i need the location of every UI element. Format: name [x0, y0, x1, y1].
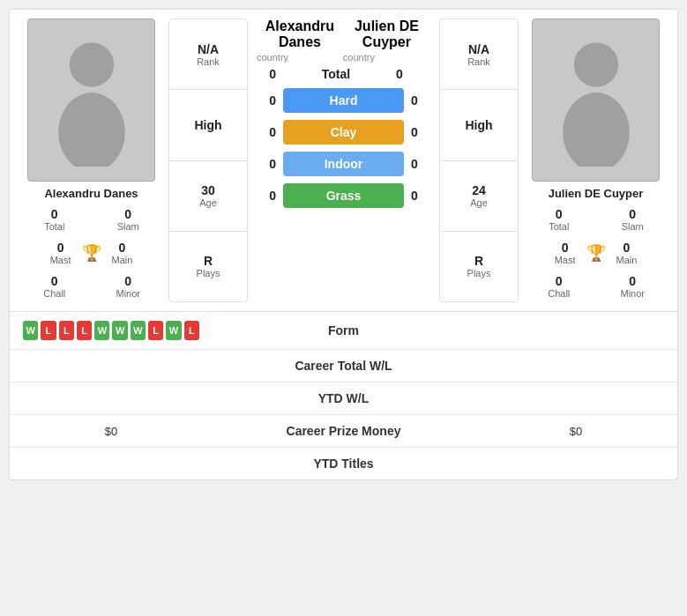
ytd-titles-label: YTD Titles [199, 456, 488, 471]
right-slam-value: 0 [599, 207, 668, 221]
prize-money-left: $0 [23, 425, 199, 438]
left-minor-label: Minor [94, 288, 163, 299]
left-chall-label: Chall [20, 288, 89, 299]
right-rank-label: Rank [467, 56, 490, 67]
svg-point-0 [69, 42, 113, 86]
right-chall-cell: 0 Chall [523, 271, 595, 302]
right-slam-label: Slam [599, 221, 668, 232]
left-plays-value: R [204, 254, 213, 268]
form-label: Form [199, 323, 488, 338]
left-high-value: High [194, 118, 221, 132]
hard-row: 0 Hard 0 [257, 88, 430, 113]
ytd-wl-row: YTD W/L [10, 382, 677, 415]
left-rank-stat: N/A Rank [169, 19, 247, 90]
left-rank-label: Rank [197, 56, 220, 67]
left-total-value: 0 [20, 207, 89, 221]
hard-button[interactable]: Hard [283, 88, 404, 113]
bottom-section: WLLLWWWLWL Form Career Total W/L YTD W/L… [10, 311, 677, 479]
top-center-names: Alexandru Danes country Julien DE Cuyper… [257, 19, 430, 63]
right-slam-cell: 0 Slam [597, 204, 669, 235]
right-mast-cell: 0 Mast [553, 237, 578, 269]
grass-score-left: 0 [257, 189, 283, 203]
grass-button[interactable]: Grass [283, 183, 404, 208]
career-total-label: Career Total W/L [199, 359, 488, 373]
ytd-wl-label: YTD W/L [199, 391, 488, 405]
right-name-header: Julien DE Cuyper [343, 19, 430, 50]
right-main-value: 0 [616, 241, 638, 255]
left-total-label: Total [20, 221, 89, 232]
right-player-card: Julien DE Cuyper 0 Total 0 Slam 0 Mast 🏆 [523, 19, 668, 302]
left-slam-label: Slam [94, 221, 163, 232]
right-player-stats: 0 Total 0 Slam 0 Mast 🏆 0 Main [523, 204, 668, 302]
left-minor-value: 0 [94, 274, 163, 288]
right-age-label: Age [470, 197, 488, 208]
right-name-center: Julien DE Cuyper country [343, 19, 430, 63]
indoor-score-left: 0 [257, 157, 283, 171]
left-name-center: Alexandru Danes country [257, 19, 343, 63]
left-slam-cell: 0 Slam [93, 204, 165, 235]
left-slam-value: 0 [94, 207, 163, 221]
right-trophy-row: 0 Mast 🏆 0 Main [523, 237, 668, 269]
left-trophy-icon: 🏆 [82, 243, 101, 263]
form-badge-w: W [166, 321, 181, 340]
right-middle-panel: N/A Rank High 24 Age R Plays [439, 19, 519, 302]
clay-button[interactable]: Clay [283, 120, 404, 145]
right-country: country [343, 52, 430, 63]
right-rank-stat: N/A Rank [440, 19, 518, 90]
indoor-button[interactable]: Indoor [283, 152, 404, 176]
right-mast-label: Mast [555, 255, 576, 265]
left-chall-value: 0 [20, 274, 89, 288]
indoor-row: 0 Indoor 0 [257, 152, 430, 176]
svg-point-1 [58, 93, 125, 167]
form-badge-l: L [184, 321, 199, 340]
left-player-stats: 0 Total 0 Slam 0 Mast 🏆 0 Main [19, 204, 164, 302]
left-mast-label: Mast [50, 255, 71, 265]
right-minor-value: 0 [599, 274, 668, 288]
right-total-value: 0 [525, 207, 594, 221]
form-row: WLLLWWWLWL Form [10, 312, 677, 350]
form-badge-w: W [23, 321, 38, 340]
career-total-row: Career Total W/L [10, 350, 677, 382]
right-plays-stat: R Plays [440, 232, 518, 301]
form-badge-l: L [148, 321, 163, 340]
left-age-value: 30 [201, 183, 215, 197]
form-badge-w: W [131, 321, 146, 340]
clay-row: 0 Clay 0 [257, 120, 430, 145]
right-plays-value: R [474, 254, 483, 268]
left-name-header: Alexandru Danes [257, 19, 343, 50]
right-player-avatar [532, 19, 660, 182]
left-age-stat: 30 Age [169, 161, 247, 232]
grass-row: 0 Grass 0 [257, 183, 430, 208]
form-badge-l: L [59, 321, 74, 340]
form-badges-left: WLLLWWWLWL [23, 321, 199, 340]
clay-score-left: 0 [257, 125, 283, 139]
right-player-name: Julien DE Cuyper [549, 187, 644, 200]
right-total-label: Total [525, 221, 594, 232]
right-mast-value: 0 [555, 241, 576, 255]
left-rank-value: N/A [198, 42, 219, 56]
center-layout: Alexandru Danes country Julien DE Cuyper… [252, 19, 435, 302]
right-main-label: Main [616, 255, 638, 265]
left-mast-cell: 0 Mast [49, 237, 73, 269]
form-badge-w: W [112, 321, 127, 340]
form-badge-l: L [41, 321, 56, 340]
form-badges-container: WLLLWWWLWL [23, 321, 199, 340]
prize-money-label: Career Prize Money [199, 424, 488, 438]
grass-score-right: 0 [404, 189, 430, 203]
player-comparison: Alexandru Danes 0 Total 0 Slam 0 Mast 🏆 [10, 10, 677, 311]
right-rank-value: N/A [468, 42, 489, 56]
clay-score-right: 0 [404, 125, 430, 139]
right-age-value: 24 [472, 183, 486, 197]
left-main-cell: 0 Main [110, 237, 135, 269]
left-player-avatar [27, 19, 155, 182]
indoor-score-right: 0 [404, 157, 430, 171]
left-middle-panel: N/A Rank High 30 Age R Plays [168, 19, 248, 302]
main-container: Alexandru Danes 0 Total 0 Slam 0 Mast 🏆 [9, 9, 678, 480]
hard-score-left: 0 [257, 93, 283, 108]
left-main-label: Main [112, 255, 133, 265]
right-high-stat: High [440, 90, 518, 160]
ytd-titles-row: YTD Titles [10, 448, 677, 479]
svg-point-3 [563, 93, 630, 167]
hard-score-right: 0 [404, 93, 430, 108]
right-chall-label: Chall [525, 288, 594, 299]
